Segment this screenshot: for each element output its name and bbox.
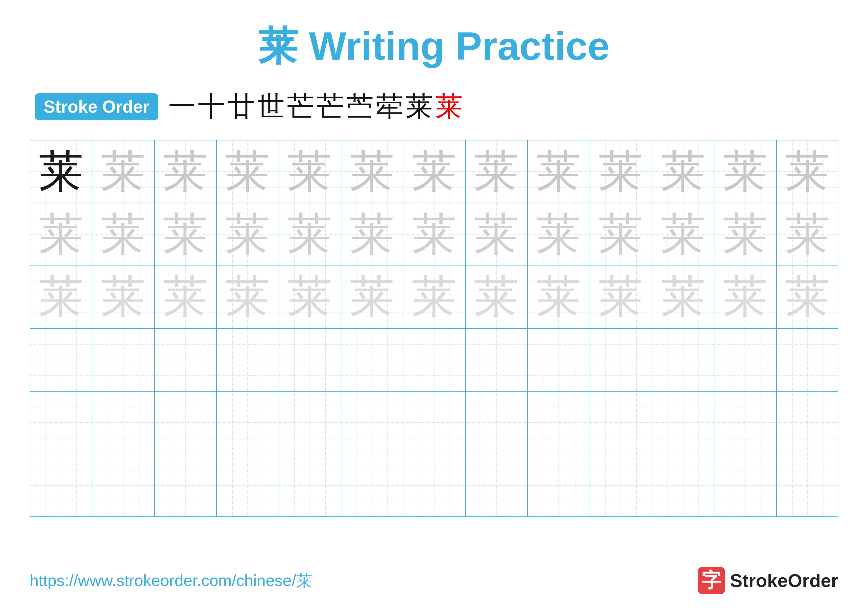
- footer-url[interactable]: https://www.strokeorder.com/chinese/莱: [30, 570, 312, 591]
- grid-cell[interactable]: [341, 329, 403, 391]
- grid-cell[interactable]: [590, 329, 652, 391]
- grid-cell[interactable]: [652, 392, 715, 454]
- practice-char: 莱: [785, 212, 830, 256]
- practice-char: 莱: [225, 275, 270, 319]
- grid-cell[interactable]: [403, 329, 465, 391]
- grid-cell[interactable]: [217, 329, 279, 391]
- grid-cell[interactable]: 莱: [341, 203, 403, 265]
- grid-cell[interactable]: [30, 454, 92, 516]
- grid-cell[interactable]: [30, 392, 92, 454]
- grid-cell[interactable]: 莱: [341, 266, 403, 328]
- grid-cell[interactable]: 莱: [652, 203, 715, 265]
- grid-cell[interactable]: 莱: [279, 266, 341, 328]
- grid-cell[interactable]: [528, 329, 590, 391]
- grid-cell[interactable]: [528, 392, 590, 454]
- grid-cell[interactable]: 莱: [715, 266, 777, 328]
- grid-cell[interactable]: [777, 329, 839, 391]
- grid-cell[interactable]: [466, 392, 528, 454]
- stroke-order-row: Stroke Order 一 十 廿 世 芒 芒 苎 荦 莱 莱: [30, 88, 838, 125]
- grid-cell[interactable]: 莱: [217, 140, 279, 203]
- practice-char: 莱: [723, 275, 767, 319]
- grid-cell[interactable]: [466, 329, 528, 391]
- practice-char: 莱: [723, 212, 767, 256]
- grid-row[interactable]: 莱莱莱莱莱莱莱莱莱莱莱莱莱: [30, 140, 838, 203]
- practice-char: 莱: [723, 149, 767, 194]
- grid-cell[interactable]: 莱: [30, 203, 92, 265]
- grid-cell[interactable]: 莱: [528, 266, 590, 328]
- practice-char: 莱: [288, 212, 332, 256]
- grid-cell[interactable]: 莱: [155, 266, 217, 328]
- grid-cell[interactable]: [155, 392, 217, 454]
- grid-cell[interactable]: 莱: [403, 266, 465, 328]
- grid-cell[interactable]: 莱: [279, 203, 341, 265]
- grid-cell[interactable]: 莱: [777, 140, 839, 203]
- grid-cell[interactable]: [777, 454, 839, 516]
- grid-cell[interactable]: 莱: [777, 203, 839, 265]
- grid-cell[interactable]: 莱: [590, 203, 652, 265]
- grid-cell[interactable]: 莱: [715, 203, 777, 265]
- grid-cell[interactable]: 莱: [590, 140, 652, 203]
- grid-cell[interactable]: 莱: [155, 140, 217, 203]
- grid-cell[interactable]: 莱: [528, 203, 590, 265]
- grid-cell[interactable]: [92, 329, 154, 391]
- grid-cell[interactable]: [341, 392, 403, 454]
- grid-row[interactable]: 莱莱莱莱莱莱莱莱莱莱莱莱莱: [30, 203, 838, 266]
- grid-cell[interactable]: [92, 392, 154, 454]
- grid-cell[interactable]: 莱: [217, 203, 279, 265]
- practice-char: 莱: [39, 275, 84, 319]
- grid-cell[interactable]: [528, 454, 590, 516]
- grid-cell[interactable]: [30, 329, 92, 391]
- grid-cell[interactable]: 莱: [528, 140, 590, 203]
- grid-cell[interactable]: 莱: [92, 203, 154, 265]
- grid-cell[interactable]: [652, 454, 715, 516]
- grid-cell[interactable]: [155, 454, 217, 516]
- grid-cell[interactable]: 莱: [652, 266, 715, 328]
- grid-row[interactable]: [30, 329, 838, 391]
- grid-cell[interactable]: 莱: [403, 203, 465, 265]
- grid-cell[interactable]: 莱: [92, 266, 154, 328]
- grid-cell[interactable]: [279, 329, 341, 391]
- grid-cell[interactable]: 莱: [466, 140, 528, 203]
- grid-cell[interactable]: [590, 454, 652, 516]
- grid-cell[interactable]: 莱: [155, 203, 217, 265]
- grid-cell[interactable]: [92, 454, 154, 516]
- grid-cell[interactable]: [403, 392, 465, 454]
- grid-cell[interactable]: 莱: [777, 266, 839, 328]
- grid-row[interactable]: 莱莱莱莱莱莱莱莱莱莱莱莱莱: [30, 266, 838, 329]
- grid-cell[interactable]: 莱: [92, 140, 154, 203]
- grid-cell[interactable]: 莱: [715, 140, 777, 203]
- grid-cell[interactable]: [715, 329, 777, 391]
- grid-cell[interactable]: [715, 454, 777, 516]
- grid-cell[interactable]: [403, 454, 465, 516]
- grid-cell[interactable]: [590, 392, 652, 454]
- practice-char: 莱: [101, 275, 146, 319]
- grid-cell[interactable]: [652, 329, 715, 391]
- grid-cell[interactable]: 莱: [466, 203, 528, 265]
- practice-char: 莱: [101, 149, 146, 194]
- practice-char: 莱: [536, 275, 581, 319]
- page: 莱 Writing Practice Stroke Order 一 十 廿 世 …: [0, 0, 868, 614]
- grid-cell[interactable]: [341, 454, 403, 516]
- grid-row[interactable]: [30, 392, 838, 454]
- stroke-4: 世: [257, 88, 285, 125]
- grid-cell[interactable]: [217, 392, 279, 454]
- grid-cell[interactable]: 莱: [466, 266, 528, 328]
- grid-cell[interactable]: [279, 454, 341, 516]
- grid-cell[interactable]: 莱: [30, 140, 92, 203]
- grid-cell[interactable]: [777, 392, 839, 454]
- practice-char: 莱: [101, 212, 146, 256]
- grid-cell[interactable]: [155, 329, 217, 391]
- grid-cell[interactable]: 莱: [217, 266, 279, 328]
- practice-char: 莱: [412, 149, 457, 194]
- grid-cell[interactable]: 莱: [590, 266, 652, 328]
- grid-cell[interactable]: 莱: [341, 140, 403, 203]
- grid-cell[interactable]: 莱: [30, 266, 92, 328]
- grid-cell[interactable]: 莱: [403, 140, 465, 203]
- grid-row[interactable]: [30, 454, 838, 516]
- grid-cell[interactable]: [217, 454, 279, 516]
- grid-cell[interactable]: 莱: [279, 140, 341, 203]
- grid-cell[interactable]: [466, 454, 528, 516]
- grid-cell[interactable]: [279, 392, 341, 454]
- grid-cell[interactable]: [715, 392, 777, 454]
- grid-cell[interactable]: 莱: [652, 140, 715, 203]
